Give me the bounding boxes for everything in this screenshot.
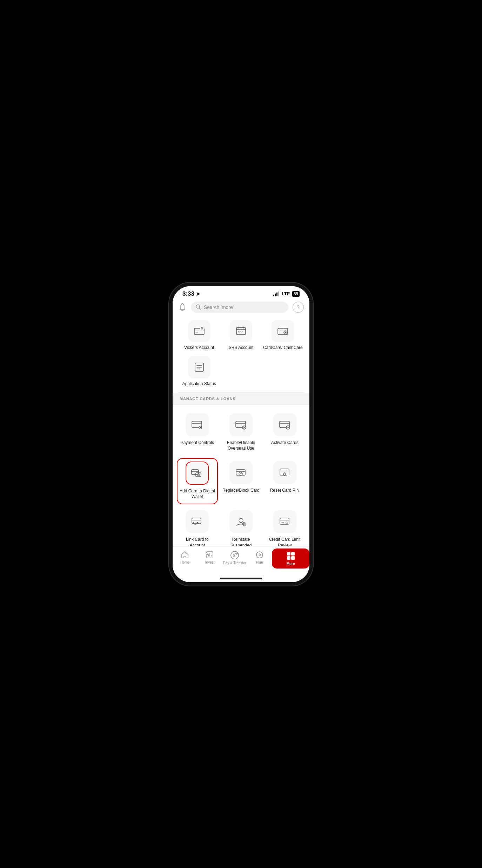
replace-block-card-item[interactable]: Replace/Block Card <box>221 458 262 504</box>
credit-card-limit-review-label: Credit Card Limit Review <box>266 537 304 546</box>
activate-cards-item[interactable]: Activate Cards <box>264 410 305 455</box>
svg-text:$: $ <box>233 553 235 557</box>
enable-disable-overseas-label: Enable/Disable Overseas Use <box>222 440 260 451</box>
scroll-content: Vickers Account SRS Account <box>173 317 309 546</box>
nav-plan-label: Plan <box>256 560 263 564</box>
home-icon <box>181 551 189 559</box>
status-bar: 3:33 ➤ LTE 89 <box>173 286 309 299</box>
srs-account-item[interactable]: SRS Account <box>220 320 262 351</box>
help-icon[interactable]: ? <box>293 302 304 313</box>
top-icon-row: Vickers Account SRS Account <box>173 317 309 356</box>
battery-display: 89 <box>292 291 300 297</box>
more-icon <box>286 551 295 560</box>
nav-home[interactable]: Home <box>173 549 198 566</box>
bottom-nav: Home Invest $ <box>173 546 309 575</box>
nav-home-label: Home <box>180 560 190 564</box>
time-display: 3:33 <box>182 290 194 297</box>
svg-rect-2 <box>276 292 277 296</box>
invest-icon <box>206 551 214 559</box>
cardcare-item[interactable]: CardCare/ CashCare <box>262 320 304 351</box>
appstatus-row: Application Status <box>173 356 309 392</box>
location-icon: ➤ <box>196 291 200 297</box>
svg-point-51 <box>287 474 289 477</box>
menu-grid: Payment Controls Enable/Disable Overseas… <box>173 405 309 546</box>
credit-card-limit-review-item[interactable]: Credit Card Limit Review <box>264 507 305 546</box>
payment-controls-item[interactable]: Payment Controls <box>177 410 218 455</box>
payment-controls-icon <box>186 413 209 436</box>
reset-card-pin-icon <box>273 461 296 484</box>
appstatus-item[interactable]: Application Status <box>178 356 220 387</box>
search-input-wrap[interactable]: Search 'more' <box>191 302 288 313</box>
add-card-digital-wallet-item[interactable]: Add Card to Digital Wallet <box>177 458 218 504</box>
reinstate-suspended-label: Reinstate Suspended Accounts <box>222 537 260 546</box>
manage-cards-section-header: MANAGE CARDS & LOANS <box>173 393 309 405</box>
add-card-digital-wallet-icon <box>186 462 209 485</box>
vickers-icon-box <box>188 320 210 342</box>
lte-label: LTE <box>282 291 290 296</box>
cardcare-icon-box <box>272 320 294 342</box>
pay-transfer-icon: $ <box>230 551 239 560</box>
svg-point-59 <box>239 518 243 523</box>
svg-rect-15 <box>241 331 242 332</box>
vickers-account-item[interactable]: Vickers Account <box>178 320 220 351</box>
appstatus-label: Application Status <box>182 381 216 387</box>
payment-controls-label: Payment Controls <box>181 440 214 445</box>
appstatus-icon-box <box>188 356 210 378</box>
enable-disable-overseas-icon <box>229 413 253 436</box>
reinstate-suspended-icon <box>229 510 253 533</box>
plan-icon <box>255 551 264 559</box>
replace-block-card-label: Replace/Block Card <box>222 487 260 493</box>
link-card-account-icon <box>186 510 209 533</box>
svg-rect-1 <box>275 294 276 296</box>
svg-rect-101 <box>291 556 295 560</box>
activate-cards-label: Activate Cards <box>271 440 299 445</box>
credit-card-limit-review-icon <box>273 510 296 533</box>
srs-icon-box <box>230 320 252 342</box>
search-bar-row: Search 'more' ? <box>173 299 309 317</box>
reset-card-pin-item[interactable]: Reset Card PIN <box>264 458 305 504</box>
signal-bars-icon <box>273 291 280 296</box>
reinstate-suspended-item[interactable]: Reinstate Suspended Accounts <box>221 507 262 546</box>
enable-disable-overseas-item[interactable]: Enable/Disable Overseas Use <box>221 410 262 455</box>
svg-line-5 <box>199 308 201 309</box>
add-card-digital-wallet-label: Add Card to Digital Wallet <box>179 488 216 499</box>
svg-rect-14 <box>238 331 240 332</box>
svg-marker-97 <box>259 553 261 556</box>
bell-icon[interactable] <box>178 303 187 312</box>
nav-more-label: More <box>287 562 295 566</box>
home-indicator <box>220 578 262 579</box>
nav-plan[interactable]: Plan <box>247 549 272 566</box>
activate-cards-icon <box>273 413 296 436</box>
link-card-account-label: Link Card to Account <box>178 537 216 546</box>
svg-rect-3 <box>278 291 279 296</box>
svg-rect-0 <box>273 295 274 296</box>
link-card-account-item[interactable]: Link Card to Account <box>177 507 218 546</box>
svg-point-38 <box>286 426 290 429</box>
nav-pay-transfer-label: Pay & Transfer <box>223 561 246 565</box>
svg-point-52 <box>283 473 286 475</box>
cardcare-label: CardCare/ CashCare <box>263 345 303 351</box>
replace-block-card-icon <box>229 461 253 484</box>
svg-rect-99 <box>291 552 295 556</box>
nav-pay-transfer[interactable]: $ Pay & Transfer <box>222 549 247 566</box>
phone-shell: 3:33 ➤ LTE 89 <box>173 286 309 582</box>
reset-card-pin-label: Reset Card PIN <box>270 487 300 493</box>
search-icon <box>196 304 201 310</box>
svg-rect-30 <box>200 427 201 428</box>
nav-more[interactable]: More <box>272 549 309 568</box>
nav-invest[interactable]: Invest <box>198 549 222 566</box>
svg-rect-100 <box>287 556 290 560</box>
nav-invest-label: Invest <box>205 560 215 564</box>
vickers-label: Vickers Account <box>184 345 214 351</box>
svg-rect-98 <box>287 552 290 556</box>
search-placeholder: Search 'more' <box>204 304 234 310</box>
srs-label: SRS Account <box>229 345 254 351</box>
